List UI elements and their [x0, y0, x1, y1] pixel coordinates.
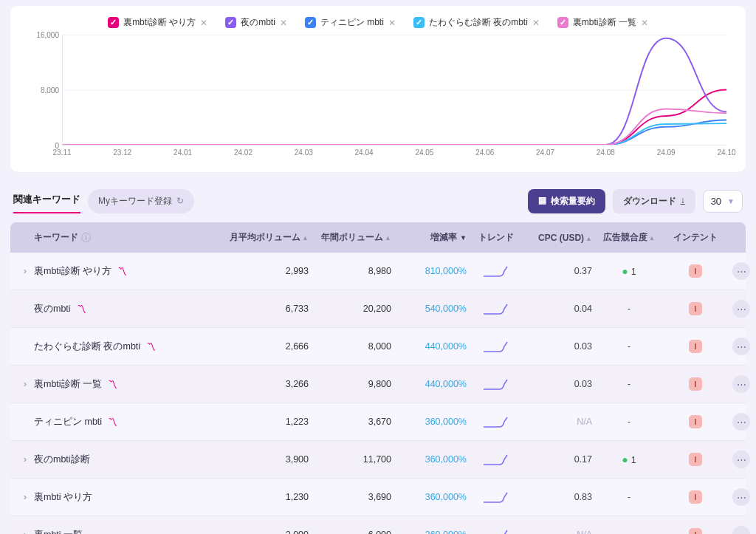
competition: ●1: [592, 265, 666, 277]
intent: I: [666, 302, 725, 315]
change-rate: 360,000%: [391, 530, 467, 534]
keyword-table: キーワードi 月平均ボリューム▲ 年間ボリューム▲ 増減率 ▼ トレンド CPC…: [10, 222, 746, 534]
trend-chart-card: ✓裏mbti診断 やり方✕✓夜のmbti✕✓ティニピン mbti✕✓たわぐらむ診…: [10, 6, 746, 172]
keyword-cell[interactable]: ティニピン mbti〽: [34, 416, 227, 428]
trend-spark: [467, 491, 526, 503]
cpc: 0.03: [526, 379, 592, 389]
download-icon: ↓: [681, 195, 685, 208]
row-actions[interactable]: ⋯: [725, 526, 756, 534]
legend-item[interactable]: ✓夜のmbti✕: [225, 16, 287, 29]
keyword-cell[interactable]: たわぐらむ診断 夜のmbti〽: [34, 340, 227, 353]
table-row: ›裏mbti やり方1,2303,690360,000%0.83-I⋯: [10, 479, 746, 516]
chart-icon: 〽: [108, 379, 117, 390]
col-yearly-volume[interactable]: 年間ボリューム▲: [309, 231, 391, 244]
row-actions[interactable]: ⋯: [725, 488, 756, 506]
keyword-cell[interactable]: 夜のmbti〽: [34, 303, 227, 315]
expand-toggle[interactable]: ›: [16, 492, 34, 502]
intent: I: [666, 264, 725, 278]
expand-toggle[interactable]: ›: [16, 454, 34, 465]
yearly-volume: 3,670: [309, 417, 391, 427]
sync-icon: ↻: [176, 196, 184, 206]
table-row: ›夜のmbti診断3,90011,700360,000%0.17●1I⋯: [10, 441, 746, 479]
legend-label: たわぐらむ診断 夜のmbti: [429, 16, 528, 29]
table-row: たわぐらむ診断 夜のmbti〽2,6668,000440,000%0.03-I⋯: [10, 328, 746, 366]
my-keyword-register-button[interactable]: Myキーワード登録 ↻: [88, 189, 194, 213]
more-icon: ⋯: [732, 451, 750, 468]
change-rate: 360,000%: [391, 417, 467, 427]
rows-per-page-select[interactable]: 30 ▼: [703, 190, 743, 213]
chart-icon: 〽: [108, 417, 117, 428]
close-icon[interactable]: ✕: [532, 18, 540, 28]
yearly-volume: 8,980: [309, 266, 391, 276]
legend-item[interactable]: ✓裏mbti診断 やり方✕: [108, 16, 207, 29]
change-rate: 440,000%: [391, 341, 467, 352]
chart-icon: 〽: [146, 341, 156, 352]
more-icon: ⋯: [732, 526, 750, 534]
legend-label: ティニピン mbti: [320, 16, 384, 29]
tab-related-keywords[interactable]: 関連キーワード: [13, 188, 80, 213]
checkbox-icon: ✓: [413, 17, 425, 28]
competition: -: [592, 417, 666, 427]
intent: I: [666, 453, 725, 466]
table-row: 夜のmbti〽6,73320,200540,000%0.04-I⋯: [10, 290, 746, 328]
row-actions[interactable]: ⋯: [725, 300, 756, 318]
change-rate: 360,000%: [391, 492, 467, 502]
expand-toggle[interactable]: ›: [16, 379, 34, 389]
keyword-cell[interactable]: 裏mbti 一覧: [34, 529, 227, 535]
monthly-volume: 2,993: [227, 266, 309, 276]
col-keyword[interactable]: キーワードi: [34, 231, 227, 244]
yearly-volume: 20,200: [309, 304, 391, 314]
close-icon[interactable]: ✕: [388, 18, 396, 28]
expand-toggle[interactable]: ›: [16, 530, 34, 534]
intent: I: [666, 528, 725, 534]
expand-toggle[interactable]: ›: [16, 266, 34, 276]
row-actions[interactable]: ⋯: [725, 413, 756, 431]
close-icon[interactable]: ✕: [200, 18, 207, 28]
competition: ●1: [592, 453, 666, 465]
close-icon[interactable]: ✕: [641, 18, 648, 28]
checkbox-icon: ✓: [305, 17, 316, 28]
cpc: 0.37: [526, 266, 592, 276]
chart-plot: 08,00016,000 23.1123.1224.0124.0224.0324…: [30, 35, 726, 159]
row-actions[interactable]: ⋯: [725, 375, 756, 393]
legend-item[interactable]: ✓ティニピン mbti✕: [305, 16, 396, 29]
cpc: 0.04: [526, 304, 592, 314]
monthly-volume: 3,266: [227, 379, 309, 389]
more-icon: ⋯: [732, 413, 750, 431]
table-row: ティニピン mbti〽1,2233,670360,000%N/A-I⋯: [10, 403, 746, 441]
keyword-cell[interactable]: 裏mbti診断 やり方〽: [34, 265, 227, 278]
more-icon: ⋯: [732, 300, 750, 318]
yearly-volume: 3,690: [309, 492, 391, 502]
yearly-volume: 8,000: [309, 341, 391, 352]
keyword-cell[interactable]: 裏mbti やり方: [34, 491, 227, 504]
legend-label: 夜のmbti: [241, 16, 275, 29]
legend-item[interactable]: ✓裏mbti診断 一覧✕: [557, 16, 648, 29]
chart-legend: ✓裏mbti診断 やり方✕✓夜のmbti✕✓ティニピン mbti✕✓たわぐらむ診…: [30, 16, 726, 29]
legend-item[interactable]: ✓たわぐらむ診断 夜のmbti✕: [413, 16, 540, 29]
competition: -: [592, 530, 666, 534]
yearly-volume: 11,700: [309, 454, 391, 465]
row-actions[interactable]: ⋯: [725, 262, 756, 280]
monthly-volume: 2,000: [227, 530, 309, 534]
chart-icon: 〽: [117, 266, 127, 277]
cpc: N/A: [526, 530, 592, 534]
change-rate: 540,000%: [391, 304, 467, 314]
col-change-rate[interactable]: 増減率 ▼: [391, 231, 467, 244]
keyword-cell[interactable]: 夜のmbti診断: [34, 453, 227, 466]
row-actions[interactable]: ⋯: [725, 451, 756, 468]
close-icon[interactable]: ✕: [280, 18, 287, 28]
row-actions[interactable]: ⋯: [725, 338, 756, 355]
monthly-volume: 1,223: [227, 417, 309, 427]
col-cpc[interactable]: CPC (USD)▲: [526, 233, 592, 243]
table-row: ›裏mbti診断 一覧〽3,2669,800440,000%0.03-I⋯: [10, 366, 746, 403]
monthly-volume: 6,733: [227, 304, 309, 314]
download-button[interactable]: ダウンロード ↓: [613, 189, 695, 213]
search-volume-summary-button[interactable]: ▦ 検索量要約: [528, 189, 605, 213]
col-monthly-volume[interactable]: 月平均ボリューム▲: [227, 231, 309, 244]
keyword-cell[interactable]: 裏mbti診断 一覧〽: [34, 378, 227, 391]
more-icon: ⋯: [732, 375, 750, 393]
col-competition[interactable]: 広告競合度▲: [592, 231, 666, 244]
checkbox-icon: ✓: [225, 17, 236, 28]
trend-spark: [467, 265, 526, 277]
info-icon: i: [81, 233, 91, 242]
